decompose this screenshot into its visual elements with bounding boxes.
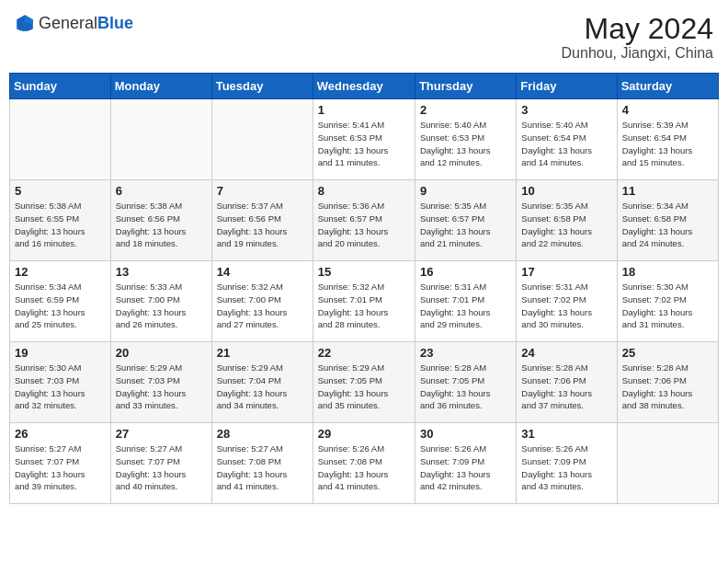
weekday-header-saturday: Saturday [617,74,718,99]
calendar-cell: 7Sunrise: 5:37 AMSunset: 6:56 PMDaylight… [211,180,313,261]
calendar-cell: 15Sunrise: 5:32 AMSunset: 7:01 PMDayligh… [313,261,415,342]
calendar-cell: 5Sunrise: 5:38 AMSunset: 6:55 PMDaylight… [10,180,111,261]
day-info: Sunrise: 5:40 AMSunset: 6:54 PMDaylight:… [521,119,611,169]
day-number: 2 [420,103,511,117]
day-info: Sunrise: 5:28 AMSunset: 7:06 PMDaylight:… [521,362,611,412]
day-number: 8 [318,184,410,198]
day-number: 11 [622,184,713,198]
week-row-5: 26Sunrise: 5:27 AMSunset: 7:07 PMDayligh… [10,423,719,504]
weekday-header-friday: Friday [517,74,617,99]
day-number: 6 [116,184,207,198]
calendar-cell: 25Sunrise: 5:28 AMSunset: 7:06 PMDayligh… [617,342,718,423]
day-info: Sunrise: 5:32 AMSunset: 7:00 PMDaylight:… [217,281,308,331]
day-number: 27 [116,427,207,441]
calendar-cell: 9Sunrise: 5:35 AMSunset: 6:57 PMDaylight… [415,180,516,261]
day-number: 13 [116,265,207,279]
day-number: 4 [622,103,713,117]
day-number: 14 [217,265,308,279]
calendar-cell: 24Sunrise: 5:28 AMSunset: 7:06 PMDayligh… [517,342,617,423]
calendar-cell: 12Sunrise: 5:34 AMSunset: 6:59 PMDayligh… [10,261,111,342]
day-info: Sunrise: 5:28 AMSunset: 7:05 PMDaylight:… [420,362,511,412]
calendar-cell: 28Sunrise: 5:27 AMSunset: 7:08 PMDayligh… [211,423,313,504]
calendar-cell: 19Sunrise: 5:30 AMSunset: 7:03 PMDayligh… [10,342,111,423]
calendar-cell [617,423,718,504]
day-number: 28 [217,427,308,441]
calendar-cell: 16Sunrise: 5:31 AMSunset: 7:01 PMDayligh… [415,261,516,342]
day-number: 17 [521,265,611,279]
calendar-cell: 3Sunrise: 5:40 AMSunset: 6:54 PMDaylight… [517,99,617,180]
weekday-header-wednesday: Wednesday [313,74,415,99]
calendar-cell: 21Sunrise: 5:29 AMSunset: 7:04 PMDayligh… [211,342,313,423]
weekday-header-row: SundayMondayTuesdayWednesdayThursdayFrid… [10,74,719,99]
logo-blue: Blue [97,14,133,32]
weekday-header-thursday: Thursday [415,74,516,99]
day-number: 19 [15,346,106,360]
day-info: Sunrise: 5:30 AMSunset: 7:03 PMDaylight:… [15,362,106,412]
day-info: Sunrise: 5:29 AMSunset: 7:05 PMDaylight:… [318,362,410,412]
day-number: 24 [521,346,611,360]
day-info: Sunrise: 5:28 AMSunset: 7:06 PMDaylight:… [622,362,713,412]
calendar-cell: 22Sunrise: 5:29 AMSunset: 7:05 PMDayligh… [313,342,415,423]
day-info: Sunrise: 5:34 AMSunset: 6:59 PMDaylight:… [15,281,106,331]
logo-general: General [39,14,97,32]
weekday-header-tuesday: Tuesday [211,74,313,99]
day-info: Sunrise: 5:35 AMSunset: 6:57 PMDaylight:… [420,200,511,250]
month-year: May 2024 [562,13,713,45]
day-info: Sunrise: 5:39 AMSunset: 6:54 PMDaylight:… [622,119,713,169]
calendar-cell: 26Sunrise: 5:27 AMSunset: 7:07 PMDayligh… [10,423,111,504]
title-area: May 2024 Dunhou, Jiangxi, China [562,13,713,62]
day-number: 25 [622,346,713,360]
day-number: 20 [116,346,207,360]
calendar-cell: 18Sunrise: 5:30 AMSunset: 7:02 PMDayligh… [617,261,718,342]
calendar-cell: 2Sunrise: 5:40 AMSunset: 6:53 PMDaylight… [415,99,516,180]
calendar-cell: 23Sunrise: 5:28 AMSunset: 7:05 PMDayligh… [415,342,516,423]
day-number: 21 [217,346,308,360]
day-info: Sunrise: 5:33 AMSunset: 7:00 PMDaylight:… [116,281,207,331]
calendar-cell: 13Sunrise: 5:33 AMSunset: 7:00 PMDayligh… [110,261,211,342]
day-info: Sunrise: 5:26 AMSunset: 7:09 PMDaylight:… [420,442,511,493]
weekday-header-monday: Monday [110,74,211,99]
day-number: 9 [420,184,511,198]
calendar-cell: 8Sunrise: 5:36 AMSunset: 6:57 PMDaylight… [313,180,415,261]
day-info: Sunrise: 5:38 AMSunset: 6:56 PMDaylight:… [116,200,207,250]
calendar-cell: 11Sunrise: 5:34 AMSunset: 6:58 PMDayligh… [617,180,718,261]
day-number: 10 [521,184,611,198]
day-info: Sunrise: 5:26 AMSunset: 7:09 PMDaylight:… [521,442,611,493]
calendar-cell: 20Sunrise: 5:29 AMSunset: 7:03 PMDayligh… [110,342,211,423]
calendar-cell: 1Sunrise: 5:41 AMSunset: 6:53 PMDaylight… [313,99,415,180]
day-number: 23 [420,346,511,360]
day-info: Sunrise: 5:26 AMSunset: 7:08 PMDaylight:… [318,442,410,493]
calendar-cell: 31Sunrise: 5:26 AMSunset: 7:09 PMDayligh… [517,423,617,504]
day-number: 1 [318,103,410,117]
day-info: Sunrise: 5:30 AMSunset: 7:02 PMDaylight:… [622,281,713,331]
day-number: 7 [217,184,308,198]
day-number: 30 [420,427,511,441]
day-info: Sunrise: 5:31 AMSunset: 7:02 PMDaylight:… [521,281,611,331]
weekday-header-sunday: Sunday [10,74,111,99]
day-number: 3 [521,103,611,117]
day-number: 18 [622,265,713,279]
calendar-cell: 4Sunrise: 5:39 AMSunset: 6:54 PMDaylight… [617,99,718,180]
logo-icon [15,13,35,33]
day-info: Sunrise: 5:34 AMSunset: 6:58 PMDaylight:… [622,200,713,250]
day-number: 5 [15,184,106,198]
day-info: Sunrise: 5:37 AMSunset: 6:56 PMDaylight:… [217,200,308,250]
calendar-cell [211,99,313,180]
day-number: 31 [521,427,611,441]
calendar: SundayMondayTuesdayWednesdayThursdayFrid… [9,73,719,504]
day-number: 26 [15,427,106,441]
day-number: 22 [318,346,410,360]
day-info: Sunrise: 5:27 AMSunset: 7:07 PMDaylight:… [116,442,207,493]
calendar-cell: 30Sunrise: 5:26 AMSunset: 7:09 PMDayligh… [415,423,516,504]
calendar-cell: 27Sunrise: 5:27 AMSunset: 7:07 PMDayligh… [110,423,211,504]
week-row-1: 1Sunrise: 5:41 AMSunset: 6:53 PMDaylight… [10,99,719,180]
week-row-2: 5Sunrise: 5:38 AMSunset: 6:55 PMDaylight… [10,180,719,261]
week-row-3: 12Sunrise: 5:34 AMSunset: 6:59 PMDayligh… [10,261,719,342]
day-info: Sunrise: 5:31 AMSunset: 7:01 PMDaylight:… [420,281,511,331]
calendar-cell: 10Sunrise: 5:35 AMSunset: 6:58 PMDayligh… [517,180,617,261]
header: GeneralBlue May 2024 Dunhou, Jiangxi, Ch… [9,9,719,65]
day-info: Sunrise: 5:40 AMSunset: 6:53 PMDaylight:… [420,119,511,169]
day-number: 16 [420,265,511,279]
day-number: 12 [15,265,106,279]
day-number: 29 [318,427,410,441]
